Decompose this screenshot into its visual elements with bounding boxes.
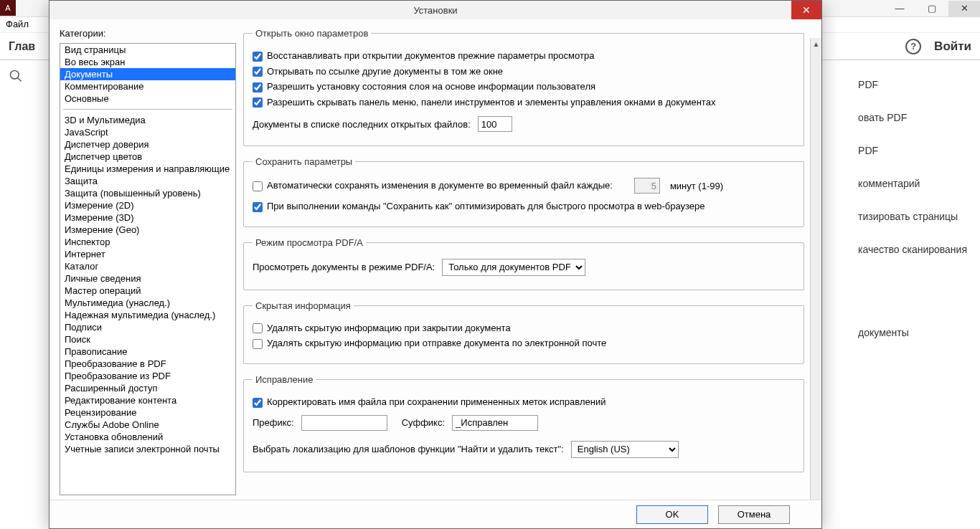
category-item[interactable]: Защита (повышенный уровень) xyxy=(60,187,235,199)
category-item[interactable]: Мастер операций xyxy=(60,285,235,297)
cb-remove-on-email[interactable]: Удалять скрытую информацию при отправке … xyxy=(253,338,606,348)
category-item[interactable]: Личные сведения xyxy=(60,272,235,285)
preferences-dialog: Установки ✕ Категории: Вид страницыВо ве… xyxy=(49,0,822,529)
category-separator xyxy=(63,109,232,110)
cb-restore-view[interactable]: Восстанавливать при открытии документов … xyxy=(253,50,594,61)
autosave-minutes-suffix: минут (1-99) xyxy=(670,181,723,191)
category-item[interactable]: 3D и Мультимедиа xyxy=(60,114,235,126)
right-item[interactable]: PDF xyxy=(858,79,967,90)
category-item[interactable]: Подписи xyxy=(60,321,235,333)
group-legend: Режим просмотра PDF/A xyxy=(253,237,366,248)
right-item[interactable]: документы xyxy=(858,327,967,338)
group-redaction: Исправление Корректировать имя файла при… xyxy=(243,374,804,472)
dialog-titlebar: Установки ✕ xyxy=(50,1,821,19)
category-item[interactable]: Поиск xyxy=(60,333,235,345)
category-item[interactable]: Интернет xyxy=(60,248,235,260)
window-minimize[interactable]: — xyxy=(884,1,915,16)
right-panel: PDF овать PDF PDF комментарий тизировать… xyxy=(858,79,967,338)
dialog-scrollbar[interactable]: ▲ xyxy=(810,38,821,500)
window-maximize[interactable]: ▢ xyxy=(916,1,948,16)
pdfa-mode-select[interactable]: Только для документов PDF/A xyxy=(442,259,585,276)
cancel-button[interactable]: Отмена xyxy=(718,505,790,524)
login-button[interactable]: Войти xyxy=(934,39,971,54)
right-item[interactable]: овать PDF xyxy=(858,112,967,123)
category-item[interactable]: Расширенный доступ xyxy=(60,382,235,394)
category-item[interactable]: Службы Adobe Online xyxy=(60,419,235,431)
right-item[interactable]: PDF xyxy=(858,145,967,156)
cb-layer-state[interactable]: Разрешить установку состояния слоя на ос… xyxy=(253,81,595,92)
category-item[interactable]: Защита xyxy=(60,175,235,187)
scroll-up-icon[interactable]: ▲ xyxy=(811,38,821,49)
suffix-input[interactable] xyxy=(452,415,538,431)
category-item[interactable]: Диспетчер цветов xyxy=(60,151,235,163)
search-icon xyxy=(9,69,23,83)
menu-file[interactable]: Файл xyxy=(6,19,29,29)
category-item[interactable]: Измерение (2D) xyxy=(60,199,235,211)
group-save-params: Сохранить параметры Автоматически сохран… xyxy=(243,156,804,227)
category-item[interactable]: Редактирование контента xyxy=(60,394,235,406)
category-item[interactable]: Основные xyxy=(60,92,235,105)
cb-open-same-window[interactable]: Открывать по ссылке другие документы в т… xyxy=(253,66,503,77)
ok-button[interactable]: OK xyxy=(636,505,708,524)
category-item[interactable]: Комментирование xyxy=(60,80,235,92)
category-item[interactable]: Диспетчер доверия xyxy=(60,138,235,151)
autosave-minutes-input xyxy=(634,178,660,194)
category-item[interactable]: Вид страницы xyxy=(60,44,235,56)
recent-docs-label: Документы в списке последних открытых фа… xyxy=(253,119,471,130)
locale-label: Выбрать локализацию для шаблонов функции… xyxy=(253,444,564,454)
cb-fast-web-view[interactable]: При выполнении команды "Сохранить как" о… xyxy=(253,201,705,211)
category-item[interactable]: Правописание xyxy=(60,345,235,358)
category-item[interactable]: Документы xyxy=(60,68,235,80)
group-pdfa: Режим просмотра PDF/A Просмотреть докуме… xyxy=(243,237,804,290)
category-item[interactable]: Инспектор xyxy=(60,236,235,248)
category-item[interactable]: Надежная мультимедиа (унаслед.) xyxy=(60,309,235,321)
svg-point-0 xyxy=(11,71,19,80)
category-item[interactable]: Рецензирование xyxy=(60,406,235,419)
cb-remove-on-close[interactable]: Удалять скрытую информацию при закрытии … xyxy=(253,323,511,333)
recent-docs-input[interactable] xyxy=(478,116,512,132)
group-legend: Скрытая информация xyxy=(253,300,354,311)
toolbar-home[interactable]: Глав xyxy=(9,40,35,53)
category-item[interactable]: Учетные записи электронной почты xyxy=(60,443,235,455)
category-item[interactable]: JavaScript xyxy=(60,126,235,138)
prefix-label: Префикс: xyxy=(253,417,294,428)
category-item[interactable]: Измерение (3D) xyxy=(60,211,235,224)
category-item[interactable]: Единицы измерения и направляющие xyxy=(60,163,235,175)
cb-hide-menubar[interactable]: Разрешить скрывать панель меню, панели и… xyxy=(253,97,715,108)
category-item[interactable]: Мультимедиа (унаслед.) xyxy=(60,297,235,309)
category-item[interactable]: Каталог xyxy=(60,260,235,272)
categories-list[interactable]: Вид страницыВо весь экранДокументыКоммен… xyxy=(60,43,236,495)
right-item[interactable]: качество сканирования xyxy=(858,244,967,255)
category-item[interactable]: Во весь экран xyxy=(60,56,235,68)
group-open-params: Открыть окно параметров Восстанавливать … xyxy=(243,28,804,146)
group-legend: Открыть окно параметров xyxy=(253,28,371,39)
svg-line-1 xyxy=(18,78,22,82)
category-item[interactable]: Измерение (Geo) xyxy=(60,224,235,236)
right-item[interactable]: тизировать страницы xyxy=(858,211,967,222)
app-logo: A xyxy=(0,0,16,16)
category-item[interactable]: Установка обновлений xyxy=(60,431,235,443)
prefix-input[interactable] xyxy=(301,415,387,431)
categories-label: Категории: xyxy=(60,28,236,39)
group-legend: Исправление xyxy=(253,374,316,385)
category-item[interactable]: Преобразование из PDF xyxy=(60,370,235,382)
cb-autosave[interactable]: Автоматически сохранять изменения в доку… xyxy=(253,180,613,191)
group-legend: Сохранить параметры xyxy=(253,156,355,167)
dialog-close-button[interactable]: ✕ xyxy=(791,1,821,19)
locale-select[interactable]: English (US) xyxy=(571,441,679,458)
group-hidden-info: Скрытая информация Удалять скрытую инфор… xyxy=(243,300,804,364)
cb-adjust-filename[interactable]: Корректировать имя файла при сохранении … xyxy=(253,396,606,407)
help-icon[interactable]: ? xyxy=(905,39,921,54)
window-close[interactable]: ✕ xyxy=(948,1,980,16)
dialog-title: Установки xyxy=(413,5,457,16)
category-item[interactable]: Преобразование в PDF xyxy=(60,358,235,370)
suffix-label: Суффикс: xyxy=(402,417,445,428)
pdfa-mode-label: Просмотреть документы в режиме PDF/A: xyxy=(253,262,435,272)
right-item[interactable]: комментарий xyxy=(858,178,967,189)
settings-panel: Открыть окно параметров Восстанавливать … xyxy=(243,28,814,495)
